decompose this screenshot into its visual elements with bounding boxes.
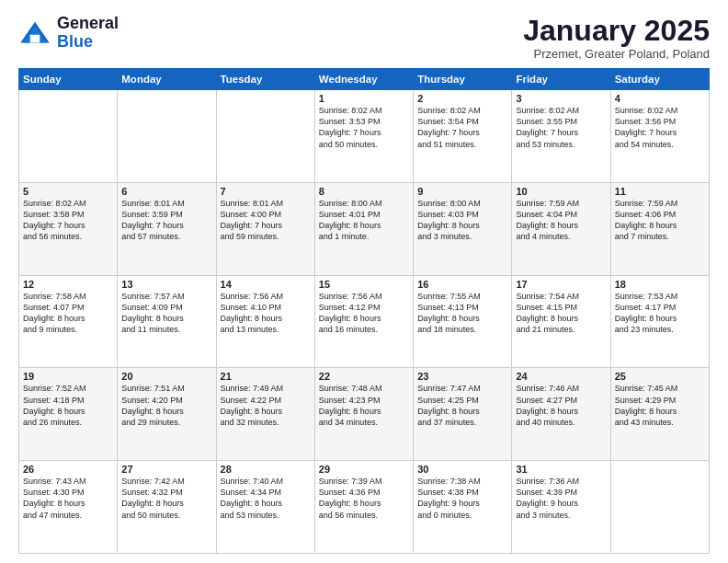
calendar-subtitle: Przemet, Greater Poland, Poland [523, 47, 710, 61]
day-number: 4 [615, 93, 705, 104]
day-number: 22 [319, 371, 409, 382]
day-info: Sunrise: 7:36 AM Sunset: 4:39 PM Dayligh… [516, 476, 606, 521]
table-row: 28Sunrise: 7:40 AM Sunset: 4:34 PM Dayli… [216, 461, 314, 554]
day-number: 29 [319, 464, 409, 475]
day-number: 5 [23, 186, 113, 197]
table-row [610, 461, 709, 554]
table-row: 14Sunrise: 7:56 AM Sunset: 4:10 PM Dayli… [216, 275, 314, 368]
day-info: Sunrise: 8:02 AM Sunset: 3:54 PM Dayligh… [417, 105, 507, 150]
calendar-title: January 2025 [523, 15, 710, 47]
day-info: Sunrise: 8:00 AM Sunset: 4:03 PM Dayligh… [417, 198, 507, 243]
page: General Blue January 2025 Przemet, Great… [0, 0, 728, 563]
table-row: 27Sunrise: 7:42 AM Sunset: 4:32 PM Dayli… [118, 461, 216, 554]
day-number: 11 [615, 186, 705, 197]
col-thursday: Thursday [414, 69, 512, 90]
table-row: 2Sunrise: 8:02 AM Sunset: 3:54 PM Daylig… [414, 90, 512, 183]
calendar-week-5: 26Sunrise: 7:43 AM Sunset: 4:30 PM Dayli… [19, 461, 710, 554]
logo: General Blue [18, 15, 119, 52]
day-info: Sunrise: 7:39 AM Sunset: 4:36 PM Dayligh… [319, 476, 409, 521]
day-number: 21 [221, 371, 311, 382]
table-row: 8Sunrise: 8:00 AM Sunset: 4:01 PM Daylig… [314, 182, 413, 275]
logo-text: General Blue [57, 15, 119, 52]
day-number: 7 [221, 186, 311, 197]
day-info: Sunrise: 8:02 AM Sunset: 3:58 PM Dayligh… [23, 198, 113, 243]
table-row: 3Sunrise: 8:02 AM Sunset: 3:55 PM Daylig… [512, 90, 610, 183]
day-number: 6 [121, 186, 211, 197]
table-row [216, 90, 314, 183]
day-number: 13 [121, 279, 211, 290]
day-info: Sunrise: 7:40 AM Sunset: 4:34 PM Dayligh… [221, 476, 311, 521]
logo-blue: Blue [57, 32, 93, 51]
day-info: Sunrise: 7:46 AM Sunset: 4:27 PM Dayligh… [516, 383, 606, 428]
table-row: 4Sunrise: 8:02 AM Sunset: 3:56 PM Daylig… [610, 90, 709, 183]
day-number: 18 [615, 279, 705, 290]
table-row: 25Sunrise: 7:45 AM Sunset: 4:29 PM Dayli… [610, 368, 709, 461]
day-number: 8 [319, 186, 409, 197]
day-info: Sunrise: 7:56 AM Sunset: 4:10 PM Dayligh… [221, 291, 311, 336]
table-row: 10Sunrise: 7:59 AM Sunset: 4:04 PM Dayli… [512, 182, 610, 275]
day-number: 12 [23, 279, 113, 290]
table-row: 9Sunrise: 8:00 AM Sunset: 4:03 PM Daylig… [414, 182, 512, 275]
col-monday: Monday [118, 69, 216, 90]
day-number: 20 [121, 371, 211, 382]
table-row [19, 90, 118, 183]
day-info: Sunrise: 8:02 AM Sunset: 3:55 PM Dayligh… [516, 105, 606, 150]
day-number: 9 [417, 186, 507, 197]
day-info: Sunrise: 7:45 AM Sunset: 4:29 PM Dayligh… [615, 383, 705, 428]
day-info: Sunrise: 7:55 AM Sunset: 4:13 PM Dayligh… [417, 291, 507, 336]
day-info: Sunrise: 7:56 AM Sunset: 4:12 PM Dayligh… [319, 291, 409, 336]
day-number: 24 [516, 371, 606, 382]
table-row: 17Sunrise: 7:54 AM Sunset: 4:15 PM Dayli… [512, 275, 610, 368]
col-friday: Friday [512, 69, 610, 90]
day-info: Sunrise: 8:02 AM Sunset: 3:53 PM Dayligh… [319, 105, 409, 150]
day-info: Sunrise: 8:01 AM Sunset: 4:00 PM Dayligh… [221, 198, 311, 243]
calendar-week-3: 12Sunrise: 7:58 AM Sunset: 4:07 PM Dayli… [19, 275, 710, 368]
day-number: 14 [221, 279, 311, 290]
table-row [118, 90, 216, 183]
day-number: 2 [417, 93, 507, 104]
table-row: 20Sunrise: 7:51 AM Sunset: 4:20 PM Dayli… [118, 368, 216, 461]
table-row: 26Sunrise: 7:43 AM Sunset: 4:30 PM Dayli… [19, 461, 118, 554]
table-row: 7Sunrise: 8:01 AM Sunset: 4:00 PM Daylig… [216, 182, 314, 275]
calendar-week-1: 1Sunrise: 8:02 AM Sunset: 3:53 PM Daylig… [19, 90, 710, 183]
day-number: 27 [121, 464, 211, 475]
day-info: Sunrise: 8:01 AM Sunset: 3:59 PM Dayligh… [121, 198, 211, 243]
table-row: 5Sunrise: 8:02 AM Sunset: 3:58 PM Daylig… [19, 182, 118, 275]
logo-icon [18, 20, 51, 46]
calendar-week-4: 19Sunrise: 7:52 AM Sunset: 4:18 PM Dayli… [19, 368, 710, 461]
day-number: 31 [516, 464, 606, 475]
day-info: Sunrise: 7:59 AM Sunset: 4:06 PM Dayligh… [615, 198, 705, 243]
table-row: 24Sunrise: 7:46 AM Sunset: 4:27 PM Dayli… [512, 368, 610, 461]
day-info: Sunrise: 8:02 AM Sunset: 3:56 PM Dayligh… [615, 105, 705, 150]
table-row: 19Sunrise: 7:52 AM Sunset: 4:18 PM Dayli… [19, 368, 118, 461]
table-row: 15Sunrise: 7:56 AM Sunset: 4:12 PM Dayli… [314, 275, 413, 368]
day-number: 10 [516, 186, 606, 197]
day-info: Sunrise: 7:42 AM Sunset: 4:32 PM Dayligh… [121, 476, 211, 521]
table-row: 13Sunrise: 7:57 AM Sunset: 4:09 PM Dayli… [118, 275, 216, 368]
day-info: Sunrise: 7:54 AM Sunset: 4:15 PM Dayligh… [516, 291, 606, 336]
logo-general: General [57, 14, 119, 32]
col-saturday: Saturday [610, 69, 709, 90]
day-number: 28 [221, 464, 311, 475]
calendar-week-2: 5Sunrise: 8:02 AM Sunset: 3:58 PM Daylig… [19, 182, 710, 275]
header-row: Sunday Monday Tuesday Wednesday Thursday… [19, 69, 710, 90]
col-tuesday: Tuesday [216, 69, 314, 90]
day-info: Sunrise: 7:53 AM Sunset: 4:17 PM Dayligh… [615, 291, 705, 336]
table-row: 23Sunrise: 7:47 AM Sunset: 4:25 PM Dayli… [414, 368, 512, 461]
day-number: 3 [516, 93, 606, 104]
day-info: Sunrise: 7:57 AM Sunset: 4:09 PM Dayligh… [121, 291, 211, 336]
day-number: 26 [23, 464, 113, 475]
day-info: Sunrise: 7:58 AM Sunset: 4:07 PM Dayligh… [23, 291, 113, 336]
day-info: Sunrise: 7:38 AM Sunset: 4:38 PM Dayligh… [417, 476, 507, 521]
day-number: 25 [615, 371, 705, 382]
day-number: 19 [23, 371, 113, 382]
table-row: 16Sunrise: 7:55 AM Sunset: 4:13 PM Dayli… [414, 275, 512, 368]
day-info: Sunrise: 7:49 AM Sunset: 4:22 PM Dayligh… [221, 383, 311, 428]
table-row: 12Sunrise: 7:58 AM Sunset: 4:07 PM Dayli… [19, 275, 118, 368]
table-row: 21Sunrise: 7:49 AM Sunset: 4:22 PM Dayli… [216, 368, 314, 461]
day-number: 1 [319, 93, 409, 104]
table-row: 30Sunrise: 7:38 AM Sunset: 4:38 PM Dayli… [414, 461, 512, 554]
day-info: Sunrise: 7:43 AM Sunset: 4:30 PM Dayligh… [23, 476, 113, 521]
day-info: Sunrise: 7:47 AM Sunset: 4:25 PM Dayligh… [417, 383, 507, 428]
day-info: Sunrise: 7:59 AM Sunset: 4:04 PM Dayligh… [516, 198, 606, 243]
